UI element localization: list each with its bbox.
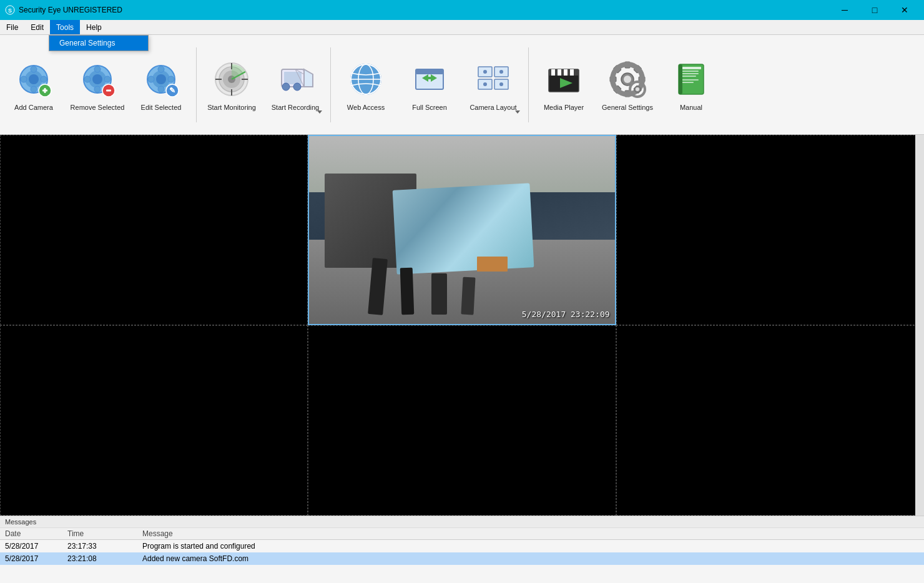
svg-point-7 [21,76,27,82]
messages-panel: Messages Date Time Message 5/28/201723:1… [0,516,924,583]
camera-cell-5[interactable] [308,325,616,516]
remove-selected-button[interactable]: Remove Selected [66,38,129,132]
start-monitoring-label: Start Monitoring [207,103,256,112]
full-screen-button[interactable]: Full Screen [398,38,461,132]
close-button[interactable]: ✕ [890,0,919,20]
svg-rect-88 [681,79,699,81]
menu-bar: File Edit Tools Help General Settings [0,20,924,35]
svg-point-44 [293,83,301,91]
svg-rect-66 [564,69,568,76]
messages-cell-date-1: 5/28/2017 [0,552,62,565]
add-camera-icon [14,59,54,99]
main-camera-area: SoftFD.com SoftFD.com SoftFD.com SoftFD.… [0,135,924,516]
messages-table: Date Time Message 5/28/201723:17:33Progr… [0,528,924,565]
svg-rect-64 [551,69,555,76]
full-screen-icon [410,59,450,99]
camera-cell-6[interactable] [616,325,924,516]
camera-feed-2 [309,136,614,324]
svg-marker-42 [304,69,313,87]
messages-header: Messages [0,516,924,528]
svg-rect-90 [679,64,682,94]
camera-cell-4[interactable] [0,325,308,516]
svg-point-6 [31,86,37,92]
menu-edit[interactable]: Edit [24,20,50,34]
general-settings-button[interactable]: General Settings [596,38,659,132]
svg-point-15 [94,66,101,72]
start-recording-button[interactable]: Start Recording [264,38,327,132]
media-player-label: Media Player [544,103,584,112]
svg-rect-20 [106,90,111,92]
full-screen-label: Full Screen [412,103,447,112]
col-header-time: Time [62,528,137,540]
messages-cell-date-0: 5/28/2017 [0,540,62,553]
media-player-button[interactable]: Media Player [533,38,595,132]
svg-point-23 [156,74,166,84]
svg-rect-50 [416,69,443,74]
camera-cell-1[interactable] [0,135,308,325]
svg-point-60 [483,82,487,86]
minimize-button[interactable]: ─ [830,0,859,20]
edit-selected-icon: ✎ [141,59,181,99]
camera-cell-2[interactable]: 5/28/2017 23:22:09 [308,135,616,325]
svg-text:S: S [8,7,12,14]
messages-cell-message-1: Added new camera SoftFD.com [137,552,924,565]
start-monitoring-button[interactable]: Start Monitoring [200,38,263,132]
layout-dropdown-arrow [515,110,520,114]
edit-selected-label: Edit Selected [141,103,182,112]
manual-button[interactable]: Manual [660,38,722,132]
svg-point-4 [29,74,39,84]
web-access-label: Web Access [347,103,385,112]
camera-layout-label: Camera Layout [469,103,516,112]
svg-point-58 [483,70,487,74]
general-settings-icon [607,59,647,99]
svg-point-25 [158,86,164,92]
svg-point-8 [41,76,47,82]
camera-cell-3[interactable] [616,135,924,325]
svg-rect-87 [681,76,696,77]
menu-file[interactable]: File [0,20,24,34]
svg-rect-11 [44,88,46,93]
svg-point-26 [148,76,154,82]
menu-tools[interactable]: Tools [50,20,80,34]
manual-label: Manual [680,103,702,112]
title-bar: S Security Eye UNREGISTERED ─ □ ✕ [0,0,924,20]
maximize-button[interactable]: □ [860,0,889,20]
svg-rect-86 [681,73,699,74]
svg-point-43 [282,83,290,91]
svg-rect-84 [681,67,701,69]
svg-point-16 [94,86,101,92]
svg-point-82 [636,87,639,91]
svg-rect-65 [558,69,561,76]
camera-layout-icon [473,59,513,99]
general-settings-menuitem[interactable]: General Settings [49,36,148,51]
svg-text:✎: ✎ [169,86,175,95]
manual-icon [671,59,711,99]
start-recording-label: Start Recording [272,103,319,112]
camera-layout-button[interactable]: Camera Layout [462,38,524,132]
svg-point-59 [499,70,503,74]
svg-point-24 [158,66,164,72]
start-monitoring-icon [212,59,252,99]
edit-selected-button[interactable]: ✎ Edit Selected [130,38,192,132]
messages-row-0[interactable]: 5/28/201723:17:33Program is started and … [0,540,924,553]
main-scrollbar[interactable] [915,135,924,516]
messages-row-1[interactable]: 5/28/201723:21:08Added new camera SoftFD… [0,552,924,565]
svg-rect-89 [681,82,694,83]
messages-table-header: Date Time Message [0,528,924,540]
media-player-icon [544,59,584,99]
web-access-button[interactable]: Web Access [335,38,397,132]
camera-grid: 5/28/2017 23:22:09 [0,135,924,516]
remove-selected-label: Remove Selected [71,103,125,112]
messages-cell-time-1: 23:21:08 [62,552,137,565]
menu-help[interactable]: Help [80,20,108,34]
separator-2 [330,47,331,122]
svg-point-61 [499,82,503,86]
svg-point-27 [168,76,174,82]
app-icon: S [5,5,15,15]
svg-rect-85 [681,71,699,72]
svg-point-18 [104,76,111,82]
svg-point-14 [92,74,102,84]
add-camera-button[interactable]: Add Camera [2,38,65,132]
add-camera-label: Add Camera [14,103,53,112]
svg-point-17 [84,76,91,82]
